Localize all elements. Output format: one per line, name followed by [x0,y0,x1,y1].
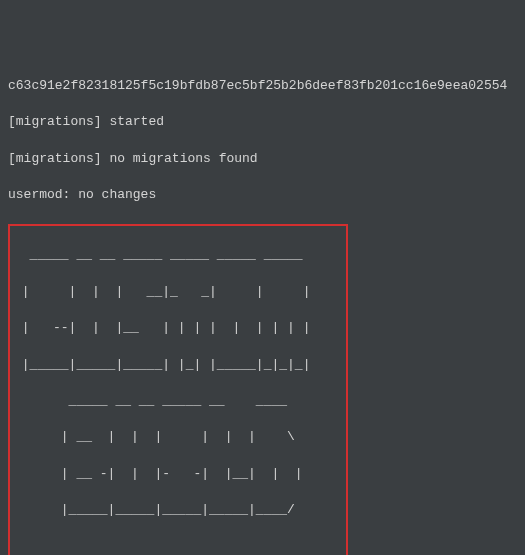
ascii-banner-box: _____ __ __ _____ _____ _____ _____ | | … [8,224,348,555]
hash-line: c63c91e2f82318125f5c19bfdb87ec5bf25b2b6d… [8,77,517,95]
migrations-none: [migrations] no migrations found [8,150,517,168]
usermod-line: usermod: no changes [8,186,517,204]
banner-line-2: | | | | __|_ _| | | [14,283,342,301]
banner-line-1: _____ __ __ _____ _____ _____ _____ [14,246,342,264]
banner-line-7: | __ -| | |- -| |__| | | [14,465,342,483]
banner-line-8: |_____|_____|_____|_____|____/ [14,501,342,519]
banner-line-6: | __ | | | | | | \ [14,428,342,446]
migrations-started: [migrations] started [8,113,517,131]
banner-line-3: | --| | |__ | | | | | | | | | [14,319,342,337]
banner-line-5: _____ __ __ _____ __ ____ [14,392,342,410]
banner-line-4: |_____|_____|_____| |_| |_____|_|_|_| [14,356,342,374]
